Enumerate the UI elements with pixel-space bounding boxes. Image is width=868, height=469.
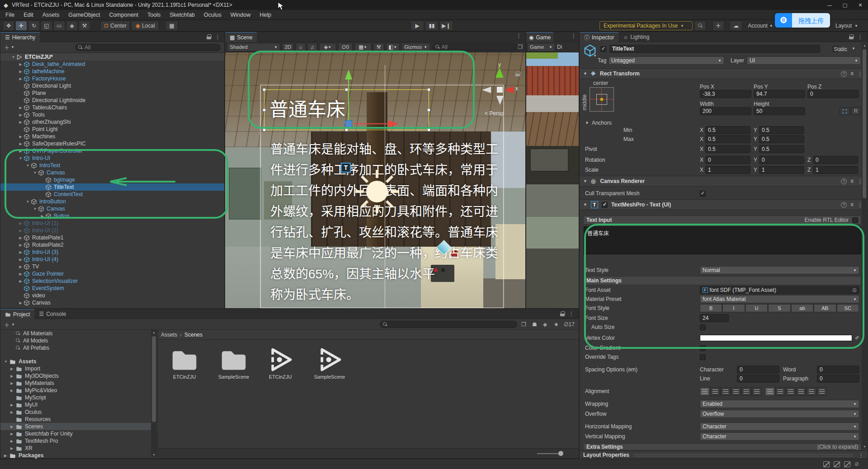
rotation-z-field[interactable]: 0	[813, 156, 858, 164]
align-center-button[interactable]	[710, 387, 720, 396]
gizmo-x-axis[interactable]	[354, 123, 388, 124]
expand-arrow-icon[interactable]	[18, 149, 24, 153]
pivot-x-field[interactable]: 0.5	[705, 145, 750, 153]
2d-toggle-button[interactable]: 2D	[282, 43, 294, 52]
expand-arrow-icon[interactable]	[10, 432, 16, 436]
expand-arrow-icon[interactable]	[18, 120, 24, 124]
maximize-button[interactable]: ▢	[837, 0, 853, 10]
enable-rtl-checkbox[interactable]	[852, 217, 858, 223]
scene-visibility-icon[interactable]: ∅0	[338, 43, 353, 52]
gameobject-name-field[interactable]: TitleText	[609, 45, 820, 53]
hierarchy-row[interactable]: FactoryHouse	[0, 75, 224, 82]
rect-tool-icon[interactable]: ▭	[53, 21, 65, 31]
gizmo-lock-icon[interactable]	[515, 71, 520, 76]
project-tree-row[interactable]: MyPic&Video	[0, 387, 157, 394]
horizontal-mapping-dropdown[interactable]: Character▼	[700, 422, 859, 431]
scrollbar-thumb[interactable]	[863, 49, 866, 198]
menu-item[interactable]: Edit	[24, 12, 33, 18]
pos-z-field[interactable]: 0	[807, 90, 859, 98]
create-add-button[interactable]: ＋	[4, 43, 9, 51]
help-icon[interactable]: ?	[841, 202, 847, 208]
hierarchy-row[interactable]: latheMachine	[0, 68, 224, 75]
hierarchy-row[interactable]: Tables&Chairs	[0, 104, 224, 111]
expand-arrow-icon[interactable]	[39, 214, 45, 218]
expand-arrow-icon[interactable]	[18, 113, 24, 117]
create-add-caret[interactable]: ▼	[11, 323, 15, 327]
hierarchy-row[interactable]: Canvas	[0, 205, 224, 212]
hierarchy-row[interactable]: Intro-UI (4)	[0, 256, 224, 263]
gizmo-x-arrowhead[interactable]	[388, 120, 398, 127]
target-icon[interactable]: ✛	[712, 21, 724, 31]
hierarchy-search-input[interactable]: All	[75, 44, 221, 51]
cloud-icon[interactable]: ☁	[730, 21, 742, 31]
foldout-arrow[interactable]: ▼	[583, 71, 587, 76]
line-spacing-field[interactable]: 0	[737, 375, 779, 383]
override-tags-checkbox[interactable]	[700, 354, 706, 360]
panel-menu-icon[interactable]: ⋮	[568, 310, 574, 317]
expand-arrow-icon[interactable]	[18, 250, 24, 254]
material-preset-dropdown[interactable]: font Atlas Material▼	[700, 295, 859, 303]
hierarchy-row[interactable]: Directional Light	[0, 82, 224, 89]
axis-x-cone[interactable]	[505, 86, 514, 94]
resize-handle[interactable]	[345, 128, 348, 131]
hidden-packages-icon[interactable]: ∅17	[564, 321, 575, 328]
blueprint-mode-button[interactable]	[840, 107, 850, 115]
inspector-scrollbar[interactable]: ▲ ▼	[862, 43, 867, 449]
font-style-button[interactable]: ab	[791, 304, 813, 312]
hierarchy-row[interactable]: ETCinZJU*	[0, 53, 224, 61]
scale-tool-icon[interactable]: ◱	[41, 21, 52, 31]
project-tree-row[interactable]: All Materials	[0, 330, 157, 337]
slider-knob[interactable]	[558, 451, 563, 456]
anchor-min-y-field[interactable]: 0.5	[759, 126, 804, 134]
menu-item[interactable]: Tools	[147, 12, 160, 18]
mute-notifications-icon[interactable]	[823, 461, 830, 467]
project-tree-scrollbar[interactable]: ▲ ▼	[151, 330, 157, 457]
hierarchy-row[interactable]: Point Light	[0, 126, 224, 133]
pause-button[interactable]: ▮▮	[425, 21, 439, 31]
hierarchy-row[interactable]: EventSystem	[0, 285, 224, 292]
scene-grid-dropdown[interactable]: ▦ ▼	[354, 43, 372, 52]
expand-arrow-icon[interactable]	[18, 272, 24, 276]
rotation-x-field[interactable]: 0	[705, 156, 750, 164]
scene-fx-dropdown[interactable]: ◈ ▼	[319, 43, 336, 52]
label-filter-icon[interactable]: ◈	[543, 321, 547, 328]
align-baseline-button[interactable]	[796, 387, 806, 396]
lock-icon[interactable]	[560, 311, 565, 316]
expand-arrow-icon[interactable]	[18, 70, 24, 74]
align-left-button[interactable]	[700, 387, 710, 396]
vertex-color-swatch[interactable]	[700, 335, 852, 341]
hierarchy-row[interactable]: RotatePlate1	[0, 234, 224, 241]
resize-handle[interactable]	[427, 88, 430, 91]
expand-arrow-icon[interactable]	[10, 55, 16, 59]
project-tree-row[interactable]: TextMesh Pro	[0, 437, 157, 445]
hierarchy-row[interactable]: Desk_lathe_Animated	[0, 61, 224, 68]
expand-arrow-icon[interactable]	[18, 142, 24, 146]
hierarchy-row[interactable]: Button	[0, 212, 224, 220]
tab-scene[interactable]: ▦Scene	[225, 32, 257, 42]
menu-item[interactable]: Oculus	[204, 12, 222, 18]
paragraph-spacing-field[interactable]: 0	[817, 375, 859, 383]
asset-item[interactable]: SampleScene	[217, 346, 251, 380]
shading-mode-dropdown[interactable]: Shaded▼	[227, 43, 280, 52]
custom-tool-icon[interactable]: ⚒	[79, 21, 90, 31]
align-geometry-button[interactable]	[752, 387, 762, 396]
align-right-button[interactable]	[721, 387, 731, 396]
tab-project[interactable]: Project	[0, 309, 34, 319]
project-tree-row[interactable]: My3DObjiects	[0, 372, 157, 380]
maximize-view-icon[interactable]: ❐	[518, 44, 523, 50]
align-top-button[interactable]	[765, 387, 775, 396]
transform-tool-icon[interactable]: ◈	[66, 21, 78, 31]
project-tree-row[interactable]: All Prefabs	[0, 344, 157, 352]
hierarchy-row[interactable]: Machines	[0, 133, 224, 140]
hierarchy-row[interactable]: SelectionVisualizer	[0, 277, 224, 285]
help-icon[interactable]: ?	[841, 71, 847, 77]
extra-settings-bar[interactable]: Extra Settings(Click to expand)	[583, 443, 861, 450]
text-input-section-bar[interactable]: Text Input Enable RTL Editor	[583, 216, 861, 225]
active-checkbox[interactable]	[600, 46, 606, 52]
space-toggle-button[interactable]: ◉Local	[131, 21, 159, 31]
hierarchy-row[interactable]: TV	[0, 263, 224, 270]
gizmo-center-handle[interactable]	[345, 120, 352, 127]
favorites-filter-icon[interactable]: ★	[554, 321, 559, 328]
panel-menu-icon[interactable]: ⋮	[858, 452, 864, 459]
width-field[interactable]: 200	[700, 107, 751, 115]
